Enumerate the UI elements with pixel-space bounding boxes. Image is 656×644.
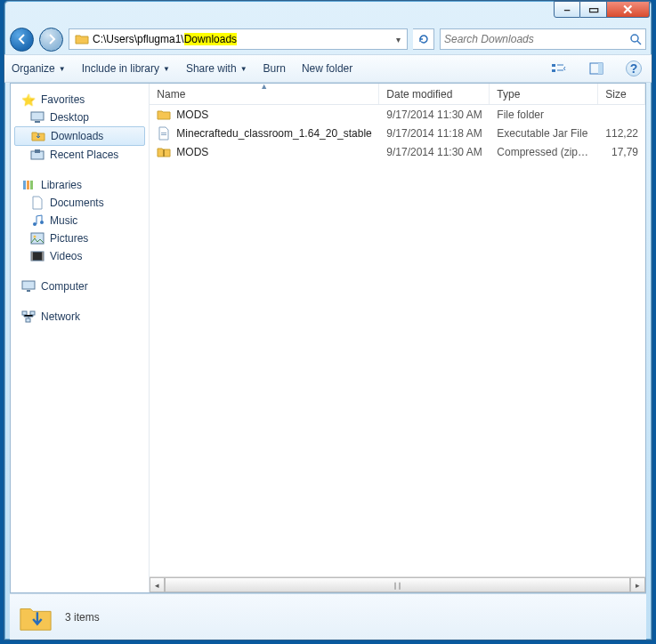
file-rows: MODS9/17/2014 11:30 AMFile folderMinecra… (150, 105, 645, 576)
column-type[interactable]: Type (490, 84, 598, 104)
help-icon: ? (626, 60, 642, 76)
chevron-down-icon: ▼ (163, 65, 170, 73)
svg-point-15 (33, 222, 36, 226)
libraries-label: Libraries (41, 179, 82, 191)
sidebar-item-music[interactable]: Music (11, 212, 149, 229)
address-bar[interactable]: C:\Users\pflugma1\Downloads ▾ (69, 28, 408, 50)
column-date[interactable]: Date modified (379, 84, 490, 104)
file-name: Minecraftedu_classroom_1.64_20_stable (176, 127, 371, 140)
svg-rect-29 (163, 149, 165, 157)
content-area: ⭐Favorites Desktop Downloads Recent Plac… (10, 83, 646, 593)
svg-rect-25 (30, 311, 35, 315)
network-icon (21, 310, 36, 324)
music-icon (30, 213, 45, 228)
address-dropdown[interactable]: ▾ (391, 35, 405, 44)
documents-label: Documents (50, 197, 104, 209)
desktop-label: Desktop (50, 111, 89, 124)
column-size[interactable]: Size (598, 84, 645, 104)
sort-asc-icon: ▲ (260, 83, 268, 91)
help-button[interactable]: ? (623, 59, 644, 78)
table-row[interactable]: MODS9/17/2014 11:30 AMCompressed (zipp..… (150, 142, 645, 161)
scroll-right-button[interactable]: ▸ (630, 577, 645, 592)
titlebar: – ▭ ✕ (4, 1, 652, 24)
details-folder-icon (19, 600, 53, 634)
svg-rect-11 (35, 149, 40, 153)
view-options-button[interactable] (548, 59, 570, 78)
svg-rect-9 (35, 121, 40, 123)
chevron-down-icon: ▼ (59, 65, 66, 73)
computer-icon (21, 279, 36, 294)
include-library-menu[interactable]: Include in library▼ (82, 62, 170, 75)
preview-pane-button[interactable] (586, 59, 607, 78)
close-button[interactable]: ✕ (607, 1, 650, 18)
search-box[interactable] (440, 28, 646, 50)
favorites-group[interactable]: ⭐Favorites (11, 91, 149, 109)
recent-icon (30, 148, 45, 162)
file-date: 9/17/2014 11:30 AM (379, 146, 490, 158)
file-size: 17,79 (598, 146, 645, 158)
svg-rect-19 (31, 252, 44, 261)
svg-rect-23 (27, 290, 30, 292)
sidebar-item-downloads[interactable]: Downloads (14, 126, 145, 146)
table-row[interactable]: Minecraftedu_classroom_1.64_20_stable9/1… (150, 124, 645, 142)
desktop-icon (30, 110, 45, 125)
sidebar-item-videos[interactable]: Videos (11, 247, 149, 265)
file-list-pane: Name▲ Date modified Type Size MODS9/17/2… (150, 84, 645, 592)
chevron-down-icon: ▼ (240, 65, 247, 73)
pictures-label: Pictures (50, 232, 88, 245)
search-input[interactable] (444, 33, 629, 45)
file-type: Compressed (zipp... (490, 146, 598, 158)
organize-label: Organize (12, 62, 55, 75)
maximize-button[interactable]: ▭ (580, 1, 607, 18)
arrow-left-icon (16, 33, 28, 45)
svg-rect-20 (31, 252, 33, 261)
include-label: Include in library (82, 62, 159, 75)
details-summary: 3 items (65, 611, 100, 624)
music-label: Music (50, 214, 77, 227)
sidebar-item-pictures[interactable]: Pictures (11, 229, 149, 247)
forward-button[interactable] (39, 28, 63, 52)
svg-point-0 (631, 35, 638, 42)
view-icon (551, 62, 567, 75)
folder-icon (157, 108, 171, 122)
svg-rect-27 (161, 133, 166, 133)
recent-label: Recent Places (50, 149, 118, 161)
downloads-icon (31, 129, 45, 143)
horizontal-scrollbar[interactable]: ◂ ∥∥ ▸ (150, 576, 645, 592)
file-name: MODS (176, 109, 208, 121)
scroll-left-button[interactable]: ◂ (150, 577, 165, 592)
organize-menu[interactable]: Organize▼ (12, 62, 66, 75)
column-name[interactable]: Name▲ (150, 84, 379, 104)
new-folder-button[interactable]: New folder (302, 62, 352, 75)
search-icon (629, 33, 642, 45)
burn-button[interactable]: Burn (263, 62, 286, 75)
network-group[interactable]: Network (11, 308, 149, 326)
svg-rect-8 (31, 112, 44, 120)
preview-pane-icon (589, 62, 603, 75)
svg-rect-26 (26, 318, 30, 322)
computer-group[interactable]: Computer (11, 278, 149, 295)
sidebar-item-documents[interactable]: Documents (11, 194, 149, 212)
back-button[interactable] (10, 28, 34, 52)
star-icon: ⭐ (21, 93, 36, 107)
share-menu[interactable]: Share with▼ (186, 62, 247, 75)
share-label: Share with (186, 62, 237, 75)
favorites-label: Favorites (41, 93, 85, 106)
network-label: Network (41, 310, 80, 323)
toolbar: Organize▼ Include in library▼ Share with… (4, 54, 652, 83)
sidebar-item-desktop[interactable]: Desktop (11, 109, 149, 126)
svg-rect-2 (552, 64, 555, 67)
svg-rect-7 (598, 63, 603, 74)
libraries-group[interactable]: Libraries (11, 176, 149, 194)
minimize-button[interactable]: – (554, 1, 580, 18)
scroll-thumb[interactable]: ∥∥ (165, 577, 630, 592)
jar-icon (157, 126, 171, 141)
svg-line-1 (637, 41, 641, 44)
column-name-label: Name (157, 88, 185, 101)
refresh-icon (417, 33, 430, 45)
file-date: 9/17/2014 11:18 AM (379, 127, 490, 140)
address-prefix: C:\Users\pflugma1\ (93, 33, 184, 45)
sidebar-item-recent[interactable]: Recent Places (11, 146, 149, 164)
refresh-button[interactable] (413, 28, 434, 50)
table-row[interactable]: MODS9/17/2014 11:30 AMFile folder (150, 105, 645, 124)
